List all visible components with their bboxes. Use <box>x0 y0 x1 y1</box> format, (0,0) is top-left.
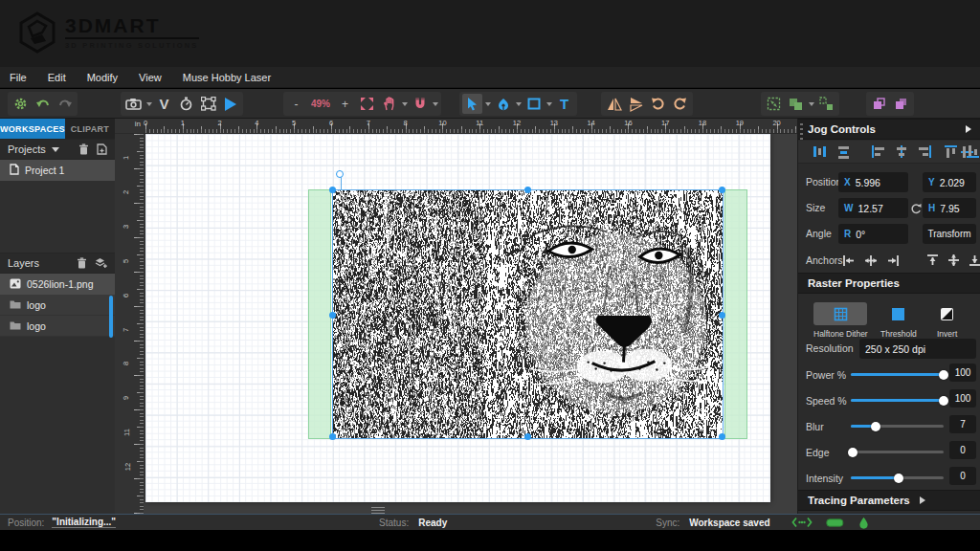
engrave-zone-left[interactable] <box>308 189 331 439</box>
raster-image-lion[interactable] <box>332 189 724 439</box>
rotation-handle[interactable] <box>336 170 344 178</box>
menu-file[interactable]: File <box>10 72 27 83</box>
power-slider[interactable] <box>851 373 944 376</box>
selection-handle-n[interactable] <box>524 187 531 193</box>
intensity-value[interactable]: 0 <box>949 467 976 485</box>
timer-icon[interactable] <box>176 94 196 114</box>
flip-vertical-icon[interactable] <box>626 94 646 114</box>
connection-status-icon[interactable] <box>791 517 813 528</box>
bottom-panel-grip[interactable] <box>371 507 385 514</box>
tracing-expand-arrow-icon[interactable] <box>920 496 925 504</box>
new-project-icon[interactable] <box>97 143 107 155</box>
camera-caret-down-icon[interactable] <box>146 102 152 106</box>
settings-gear-icon[interactable] <box>11 94 31 114</box>
menu-modify[interactable]: Modify <box>87 72 118 83</box>
position-y-field[interactable]: Y 2.029 <box>923 172 976 192</box>
aspect-lock-sync-icon[interactable] <box>910 202 922 219</box>
edge-value[interactable]: 0 <box>949 441 976 459</box>
projects-caret-down-icon[interactable] <box>52 147 59 152</box>
snap-magnet-icon[interactable] <box>410 94 430 114</box>
speed-slider-thumb[interactable] <box>939 396 948 406</box>
group-objects-icon[interactable] <box>786 94 806 114</box>
shape-caret-down-icon[interactable] <box>546 102 552 106</box>
anchor-bottom-icon[interactable] <box>969 253 980 271</box>
intensity-slider[interactable] <box>851 476 944 479</box>
pan-hand-icon[interactable] <box>379 94 399 114</box>
align-top-icon[interactable] <box>944 144 959 163</box>
delete-project-trash-icon[interactable] <box>78 143 89 155</box>
undo-icon[interactable] <box>33 94 53 114</box>
selection-handle-se[interactable] <box>719 433 725 440</box>
intensity-slider-thumb[interactable] <box>894 474 903 483</box>
fit-to-screen-icon[interactable] <box>357 94 377 114</box>
select-cursor-tool-icon[interactable] <box>462 94 482 114</box>
layer-row-logo-2[interactable]: logo <box>0 316 115 337</box>
angle-r-field[interactable]: R 0° <box>838 224 908 244</box>
selection-handle-ne[interactable] <box>719 187 725 193</box>
power-value[interactable]: 100 <box>949 364 976 382</box>
anchor-left-icon[interactable] <box>842 253 856 271</box>
delete-layer-trash-icon[interactable] <box>77 257 87 269</box>
anchor-right-icon[interactable] <box>886 253 900 271</box>
menu-muse-hobby-laser[interactable]: Muse Hobby Laser <box>183 72 271 83</box>
mode-threshold[interactable]: Threshold <box>880 302 917 339</box>
select-similar-icon[interactable] <box>764 94 784 114</box>
anchor-center-horizontal-icon[interactable] <box>864 253 878 271</box>
jog-expand-arrow-icon[interactable] <box>966 125 971 133</box>
tab-clipart[interactable]: CLIPART <box>65 119 115 139</box>
selection-handle-nw[interactable] <box>329 187 336 193</box>
group-caret-down-icon[interactable] <box>809 102 814 106</box>
engrave-zone-right[interactable] <box>724 189 747 439</box>
anchor-middle-vertical-icon[interactable] <box>947 253 960 271</box>
selection-handle-sw[interactable] <box>329 433 336 440</box>
align-left-icon[interactable] <box>871 144 886 163</box>
align-bottom-icon[interactable] <box>966 144 980 163</box>
shape-rectangle-tool-icon[interactable] <box>523 94 544 114</box>
selection-handle-w[interactable] <box>329 312 336 319</box>
selection-handle-e[interactable] <box>719 312 725 319</box>
project-row[interactable]: Project 1 <box>0 160 115 181</box>
layers-scrollbar-thumb[interactable] <box>109 296 113 338</box>
camera-capture-icon[interactable] <box>123 94 144 114</box>
flip-horizontal-icon[interactable] <box>604 94 624 114</box>
edge-slider-thumb[interactable] <box>848 448 858 457</box>
blur-value[interactable]: 7 <box>949 415 976 433</box>
size-h-field[interactable]: H 7.95 <box>923 198 976 218</box>
align-center-horizontal-icon[interactable] <box>894 144 909 163</box>
distribute-vertical-icon[interactable] <box>836 144 852 163</box>
pan-caret-down-icon[interactable] <box>402 102 408 106</box>
power-slider-thumb[interactable] <box>939 370 948 380</box>
add-layer-icon[interactable] <box>95 257 107 269</box>
align-right-icon[interactable] <box>917 144 932 163</box>
jog-controls-header[interactable]: Jog Controls <box>798 119 980 140</box>
pen-caret-down-icon[interactable] <box>516 102 522 106</box>
run-job-play-icon[interactable] <box>220 94 240 114</box>
zoom-level[interactable]: 49% <box>308 99 333 109</box>
layer-row-logo-1[interactable]: logo <box>0 295 115 316</box>
menu-edit[interactable]: Edit <box>48 72 66 83</box>
speed-value[interactable]: 100 <box>949 389 976 408</box>
zoom-out-button[interactable]: - <box>286 94 306 114</box>
rotate-ccw-icon[interactable] <box>648 94 668 114</box>
paste-icon[interactable] <box>891 94 911 114</box>
canvas-viewport[interactable] <box>144 134 797 514</box>
capture-frame-icon[interactable] <box>198 94 218 114</box>
resolution-select[interactable]: 250 x 250 dpi <box>859 339 976 359</box>
mode-invert[interactable]: Invert <box>937 302 957 339</box>
speed-slider[interactable] <box>851 399 944 402</box>
vector-trace-icon[interactable]: V <box>154 94 174 114</box>
raster-properties-header[interactable]: Raster Properties <box>798 273 980 294</box>
anchor-top-icon[interactable] <box>926 253 939 271</box>
text-tool-icon[interactable]: T <box>554 94 574 114</box>
menu-view[interactable]: View <box>139 72 162 83</box>
pen-tool-icon[interactable] <box>493 94 513 114</box>
zoom-in-button[interactable]: + <box>335 94 355 114</box>
blur-slider-thumb[interactable] <box>871 422 880 431</box>
tracing-parameters-header[interactable]: Tracing Parameters <box>798 490 980 511</box>
rotate-cw-icon[interactable] <box>670 94 690 114</box>
workspace-page[interactable] <box>145 134 770 502</box>
position-x-field[interactable]: X 5.996 <box>838 172 908 192</box>
blur-slider[interactable] <box>851 425 944 428</box>
tab-workspaces[interactable]: WORKSPACES <box>0 119 65 139</box>
redo-icon[interactable] <box>55 94 75 114</box>
